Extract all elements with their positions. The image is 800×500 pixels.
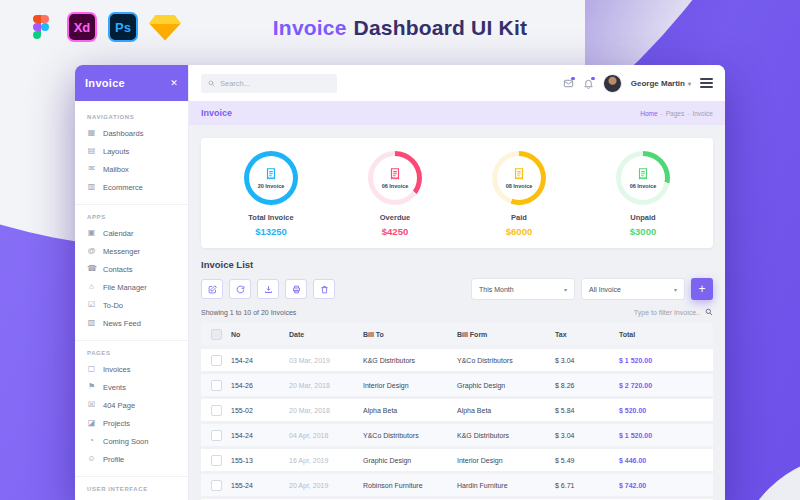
sidebar-item-ecommerce[interactable]: ▥Ecommerce bbox=[75, 178, 188, 196]
stat-value: $13250 bbox=[209, 226, 333, 237]
messenger-icon: @ bbox=[87, 247, 96, 255]
invoice-list-title: Invoice List bbox=[201, 259, 713, 270]
table-meta: Showing 1 to 10 of 20 Invoices Type to f… bbox=[201, 308, 713, 316]
page-title: Invoice bbox=[201, 108, 232, 118]
cell-tax: $ 6.71 bbox=[555, 482, 619, 489]
column-header-tax: Tax bbox=[555, 331, 619, 338]
sidebar-item-file-manager[interactable]: ⌂File Manager bbox=[75, 278, 188, 296]
cell-date: 03 Mar, 2019 bbox=[289, 357, 363, 364]
cell-bill-form: K&G Distributors bbox=[457, 432, 555, 439]
sidebar-item-messenger[interactable]: @Messenger bbox=[75, 242, 188, 260]
sidebar-item-calendar[interactable]: ▣Calendar bbox=[75, 224, 188, 242]
month-filter-select[interactable]: This Month ▾ bbox=[471, 278, 575, 300]
cell-bill-form: Interior Design bbox=[457, 457, 555, 464]
cell-no: 155-13 bbox=[231, 457, 289, 464]
dashboards-icon: ▦ bbox=[87, 129, 96, 137]
cell-date: 20 Apr, 2019 bbox=[289, 482, 363, 489]
breadcrumb-bar: Invoice Home-Pages-Invoice bbox=[189, 101, 725, 125]
row-checkbox[interactable] bbox=[211, 430, 222, 441]
chevron-down-icon: ▾ bbox=[688, 80, 691, 87]
cell-bill-form: Y&Co Distributors bbox=[457, 357, 555, 364]
search-icon bbox=[705, 308, 713, 316]
sidebar-item-mailbox[interactable]: ✉Mailbox bbox=[75, 160, 188, 178]
sidebar-item-layouts[interactable]: ▤Layouts bbox=[75, 142, 188, 160]
column-header-bill-to: Bill To bbox=[363, 331, 457, 338]
sidebar-item-label: To-Do bbox=[103, 301, 123, 310]
print-button[interactable] bbox=[285, 279, 307, 299]
cell-bill-to: Y&Co Distributors bbox=[363, 432, 457, 439]
sidebar-item-projects[interactable]: ◪Projects bbox=[75, 414, 188, 432]
breadcrumb-separator: - bbox=[687, 110, 689, 117]
sidebar-item-to-do[interactable]: ☑To-Do bbox=[75, 296, 188, 314]
profile-icon: ☺ bbox=[87, 455, 96, 463]
sidebar-item-label: Layouts bbox=[103, 147, 129, 156]
month-filter-value: This Month bbox=[479, 286, 514, 293]
invoice-type-select[interactable]: All Invoice ▾ bbox=[581, 278, 685, 300]
search-input[interactable]: Search... bbox=[201, 74, 337, 93]
main-area: Search... George Martin ▾ bbox=[189, 65, 725, 500]
stat-card-total-invoice: 20 Invoice Total Invoice $13250 bbox=[209, 151, 333, 237]
table-row[interactable]: 154-24 03 Mar, 2019 K&G Distributors Y&C… bbox=[201, 349, 713, 371]
sketch-logo bbox=[149, 14, 181, 41]
sidebar-section: APPS▣Calendar@Messenger☎Contacts⌂File Ma… bbox=[75, 204, 188, 336]
sidebar-item-profile[interactable]: ☺Profile bbox=[75, 450, 188, 468]
print-icon bbox=[292, 285, 301, 294]
row-checkbox[interactable] bbox=[211, 380, 222, 391]
table-row[interactable]: 154-26 20 Mar, 2018 Interior Design Grap… bbox=[201, 374, 713, 396]
row-checkbox[interactable] bbox=[211, 455, 222, 466]
cell-bill-form: Alpha Beta bbox=[457, 407, 555, 414]
sidebar-item-dashboards[interactable]: ▦Dashboards bbox=[75, 124, 188, 142]
cell-total: $ 742.00 bbox=[619, 482, 713, 489]
filter-input[interactable]: Type to filter Invoice.. bbox=[634, 308, 713, 316]
column-header-no: No bbox=[231, 331, 289, 338]
table-row[interactable]: 155-02 20 Mar, 2018 Alpha Beta Alpha Bet… bbox=[201, 399, 713, 421]
breadcrumb-item[interactable]: Home bbox=[640, 110, 657, 117]
stat-count: 06 Invoice bbox=[382, 183, 409, 189]
select-all-checkbox[interactable] bbox=[211, 329, 222, 340]
row-checkbox[interactable] bbox=[211, 405, 222, 416]
row-checkbox[interactable] bbox=[211, 355, 222, 366]
edit-button[interactable] bbox=[201, 279, 223, 299]
sidebar-close-icon[interactable]: ✕ bbox=[170, 78, 178, 88]
sidebar-item-contacts[interactable]: ☎Contacts bbox=[75, 260, 188, 278]
column-header-total: Total bbox=[619, 331, 713, 338]
stat-label: Paid bbox=[457, 213, 581, 222]
refresh-button[interactable] bbox=[229, 279, 251, 299]
add-invoice-button[interactable]: + bbox=[691, 278, 713, 300]
table-row[interactable]: 155-13 16 Apr, 2019 Graphic Design Inter… bbox=[201, 449, 713, 471]
sidebar-item-label: Projects bbox=[103, 419, 130, 428]
table-row[interactable]: 155-24 20 Apr, 2019 Robinson Furniture H… bbox=[201, 474, 713, 496]
cell-date: 20 Mar, 2018 bbox=[289, 382, 363, 389]
delete-button[interactable] bbox=[313, 279, 335, 299]
contacts-icon: ☎ bbox=[87, 265, 96, 273]
stat-card-unpaid: 06 Invoice Unpaid $3000 bbox=[581, 151, 705, 237]
row-checkbox[interactable] bbox=[211, 480, 222, 491]
notifications-button[interactable] bbox=[583, 78, 594, 89]
stat-label: Unpaid bbox=[581, 213, 705, 222]
messages-button[interactable] bbox=[563, 78, 574, 89]
sidebar-item-coming-soon[interactable]: ◔Coming Soon bbox=[75, 432, 188, 450]
photoshop-logo: Ps bbox=[108, 12, 138, 42]
sidebar-item-invoices[interactable]: ▢Invoices bbox=[75, 360, 188, 378]
sidebar-item-404-page[interactable]: ☒404 Page bbox=[75, 396, 188, 414]
background-circle-bottomright bbox=[735, 455, 800, 500]
breadcrumb-item[interactable]: Invoice bbox=[692, 110, 713, 117]
sidebar-item-events[interactable]: ⚑Events bbox=[75, 378, 188, 396]
sidebar-nav: NAVIGATIONS▦Dashboards▤Layouts✉Mailbox▥E… bbox=[75, 101, 188, 500]
download-button[interactable] bbox=[257, 279, 279, 299]
table-row[interactable]: 154-24 04 Apr, 2018 Y&Co Distributors K&… bbox=[201, 424, 713, 446]
cell-bill-form: Graphic Design bbox=[457, 382, 555, 389]
user-avatar[interactable] bbox=[603, 74, 622, 93]
breadcrumb-item[interactable]: Pages bbox=[666, 110, 684, 117]
user-menu[interactable]: George Martin ▾ bbox=[631, 79, 691, 88]
calendar-icon: ▣ bbox=[87, 229, 96, 237]
invoice-type-value: All Invoice bbox=[589, 286, 621, 293]
invoices-icon: ▢ bbox=[87, 365, 96, 373]
showing-text: Showing 1 to 10 of 20 Invoices bbox=[201, 309, 296, 316]
sidebar-item-news-feed[interactable]: ▧News Feed bbox=[75, 314, 188, 332]
cell-bill-to: Interior Design bbox=[363, 382, 457, 389]
file-manager-icon: ⌂ bbox=[87, 283, 96, 291]
todo-icon: ☑ bbox=[87, 301, 96, 309]
hamburger-menu-icon[interactable] bbox=[700, 78, 713, 88]
receipt-icon bbox=[636, 167, 650, 181]
